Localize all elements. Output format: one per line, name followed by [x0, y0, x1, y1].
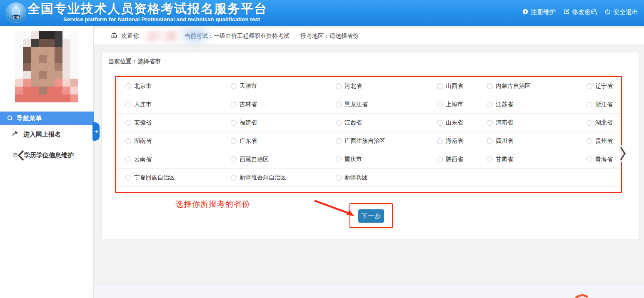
province-option[interactable]: 青海省 — [587, 156, 621, 163]
radio-icon[interactable] — [231, 83, 237, 89]
radio-icon[interactable] — [336, 138, 342, 144]
radio-icon[interactable] — [487, 102, 493, 107]
radio-icon[interactable] — [437, 102, 443, 107]
province-option[interactable]: 新疆兵团 — [336, 174, 437, 181]
radio-icon[interactable] — [125, 138, 131, 144]
header-titles: 全国专业技术人员资格考试报名服务平台 Service platform for … — [27, 1, 267, 22]
radio-icon[interactable] — [125, 120, 131, 126]
province-option[interactable]: 内蒙古自治区 — [487, 82, 587, 90]
sidebar-collapse-tab[interactable] — [92, 122, 100, 141]
photo-pixel — [70, 47, 78, 55]
province-option[interactable]: 西藏自治区 — [231, 156, 336, 163]
province-option[interactable]: 四川省 — [487, 137, 587, 145]
radio-icon[interactable] — [336, 83, 342, 89]
province-option[interactable]: 贵州省 — [587, 137, 621, 145]
photo-pixel — [31, 39, 39, 47]
radio-icon[interactable] — [487, 120, 493, 126]
province-option[interactable]: 湖北省 — [587, 119, 621, 127]
province-label: 江西省 — [344, 119, 362, 127]
photo-pixel — [15, 94, 23, 102]
province-option[interactable]: 安徽省 — [125, 119, 231, 127]
radio-icon[interactable] — [336, 175, 342, 181]
province-option[interactable]: 江苏省 — [487, 101, 587, 108]
province-option[interactable]: 吉林省 — [231, 101, 336, 108]
radio-icon[interactable] — [437, 156, 443, 162]
province-option[interactable]: 山西省 — [437, 82, 487, 90]
radio-icon[interactable] — [231, 138, 237, 144]
photo-pixel — [31, 71, 39, 79]
province-option[interactable]: 陕西省 — [437, 156, 487, 163]
province-option[interactable]: 宁夏回族自治区 — [125, 174, 231, 181]
photo-pixel — [55, 63, 62, 71]
register-maintenance-label: 注册维护 — [531, 8, 556, 16]
photo-pixel — [47, 55, 55, 63]
blurred-username — [144, 31, 180, 42]
radio-icon[interactable] — [487, 156, 493, 162]
radio-icon[interactable] — [587, 120, 592, 126]
province-option[interactable]: 北京市 — [125, 82, 231, 90]
province-option[interactable]: 海南省 — [437, 137, 487, 145]
radio-icon[interactable] — [125, 156, 131, 162]
radio-icon[interactable] — [231, 175, 237, 181]
radio-icon[interactable] — [336, 102, 342, 107]
province-option[interactable]: 重庆市 — [336, 156, 437, 163]
province-option[interactable]: 甘肃省 — [487, 156, 587, 163]
welcome-bar: 欢迎你 当前考试：一级造价工程师职业资格考试 报考地区：请选择省份 — [94, 28, 644, 44]
province-label: 贵州省 — [595, 137, 613, 145]
radio-icon[interactable] — [587, 102, 592, 107]
province-label: 大连市 — [134, 101, 152, 108]
province-option[interactable]: 广西壮族自治区 — [336, 137, 437, 145]
radio-icon[interactable] — [437, 138, 443, 144]
next-step-button[interactable]: 下一步 — [358, 209, 384, 223]
chevron-left-icon — [93, 130, 97, 133]
province-option[interactable]: 广东省 — [231, 137, 336, 145]
province-option[interactable]: 上海市 — [437, 101, 487, 108]
radio-icon[interactable] — [231, 156, 237, 162]
radio-icon[interactable] — [125, 102, 131, 107]
current-exam-label: 当前考试：一级造价工程师职业资格考试 — [185, 32, 290, 40]
province-option[interactable]: 湖南省 — [125, 137, 231, 145]
photo-pixel — [55, 94, 62, 102]
radio-icon[interactable] — [336, 156, 342, 162]
radio-icon[interactable] — [437, 83, 443, 89]
province-option[interactable]: 天津市 — [231, 82, 336, 90]
radio-icon[interactable] — [125, 175, 131, 181]
sidebar-item-education-info[interactable]: 学历学位信息维护 — [0, 149, 94, 161]
radio-icon[interactable] — [125, 83, 131, 89]
province-option[interactable]: 新疆维吾尔自治区 — [231, 174, 336, 181]
photo-pixel — [70, 63, 78, 71]
radio-icon[interactable] — [487, 138, 493, 144]
province-label: 浙江省 — [595, 101, 613, 108]
province-option[interactable]: 山东省 — [437, 119, 487, 127]
logout-link[interactable]: 安全退出 — [604, 8, 638, 16]
radio-icon[interactable] — [437, 120, 443, 126]
radio-icon[interactable] — [487, 83, 493, 89]
photo-pixel — [31, 94, 39, 102]
radio-icon[interactable] — [587, 156, 592, 162]
edit-icon — [563, 8, 570, 16]
province-option[interactable]: 大连市 — [125, 101, 231, 108]
radio-icon[interactable] — [231, 120, 237, 126]
change-password-link[interactable]: 修改密码 — [563, 8, 597, 16]
chevron-right-icon[interactable] — [619, 146, 626, 163]
sidebar-item-online-registration[interactable]: 进入网上报名 — [0, 128, 94, 141]
info-icon — [522, 8, 529, 16]
province-option[interactable]: 河北省 — [336, 82, 437, 90]
photo-pixel — [47, 47, 55, 55]
province-label: 西藏自治区 — [240, 156, 269, 163]
breadcrumb: 当前位置：选择省市 — [108, 58, 161, 65]
province-label: 河南省 — [496, 119, 513, 127]
radio-icon[interactable] — [231, 102, 237, 107]
province-option[interactable]: 河南省 — [487, 119, 587, 127]
register-maintenance-link[interactable]: 注册维护 — [522, 8, 556, 16]
province-option[interactable]: 云南省 — [125, 156, 231, 163]
radio-icon[interactable] — [587, 138, 592, 144]
radio-icon[interactable] — [587, 83, 592, 89]
photo-pixel — [39, 94, 47, 102]
province-option[interactable]: 福建省 — [231, 119, 336, 127]
province-option[interactable]: 辽宁省 — [587, 82, 621, 90]
radio-icon[interactable] — [336, 120, 342, 126]
province-option[interactable]: 黑龙江省 — [336, 101, 437, 108]
province-option[interactable]: 浙江省 — [587, 101, 621, 108]
province-option[interactable]: 江西省 — [336, 119, 437, 127]
